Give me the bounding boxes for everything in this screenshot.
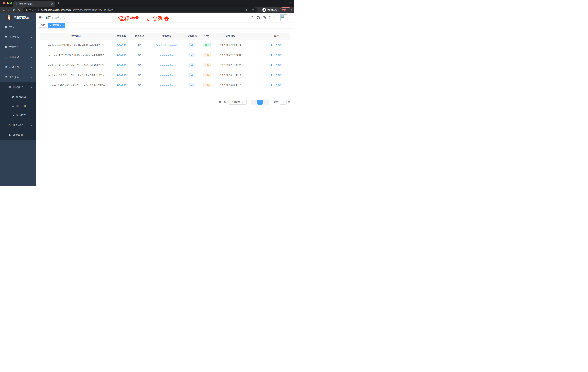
form-info-link[interactable]: /bpm/oa/flow: [160, 54, 174, 56]
sidebar-item-process-model[interactable]: 流程模型: [0, 111, 36, 120]
sidebar-item-label: 流程表单: [16, 95, 26, 99]
chevron-up-icon: ∧: [30, 87, 32, 88]
assign-rule-link[interactable]: 分配规则: [271, 74, 283, 77]
yen-icon: ¥: [4, 46, 8, 49]
sidebar-item-process-form[interactable]: 流程表单: [0, 92, 36, 101]
form-info-link[interactable]: /bpm/oa/flow: [160, 64, 174, 66]
chevron-down-icon: ∨: [30, 124, 32, 126]
breadcrumb-separator: /: [52, 16, 53, 19]
new-tab-button[interactable]: +: [57, 1, 59, 6]
annotation-title: 流程模型 - 定义列表: [118, 15, 169, 22]
user-icon: [271, 64, 273, 66]
back-button[interactable]: ←: [1, 8, 6, 11]
tags-view-bar: 首页 流程定义 ×: [36, 22, 294, 28]
sidebar: 芋道管理系统 首页 ⚙ 系统管理 ∨ ¥ 支付管理 ∨ 基础设施 ∨: [0, 13, 36, 186]
sidebar-item-label: 首页: [9, 26, 14, 29]
sidebar-item-infrastructure[interactable]: 基础设施 ∨: [0, 52, 36, 62]
workflow-submenu: 流程管理 ∧ 流程表单 用户分组 流程模型: [0, 82, 36, 140]
browser-tab[interactable]: 芋道管理系统 ✕: [13, 1, 55, 7]
password-key-icon[interactable]: [246, 9, 249, 11]
page-size-select[interactable]: 10条/页 ∨: [229, 99, 247, 105]
sidebar-item-workflow[interactable]: 工作流程 ∧: [0, 72, 36, 82]
avatar-dropdown-caret-icon[interactable]: ▼: [290, 18, 292, 20]
definition-name-link[interactable]: OA 请假: [117, 83, 126, 87]
form-info-link[interactable]: /bpm/oa/flow: [160, 84, 174, 87]
sidebar-item-label: 工作流程: [9, 76, 19, 79]
window-close-button[interactable]: [3, 2, 5, 4]
logo-rabbit-image: [6, 15, 12, 20]
sidebar-item-process-management[interactable]: 流程管理 ∧: [0, 82, 36, 92]
avatar[interactable]: [280, 14, 287, 21]
app-title: 芋道管理系统: [14, 16, 29, 19]
sidebar-item-task-management[interactable]: 任务管理 ∨: [0, 120, 36, 130]
chrome-update-button[interactable]: 更新 ⋮: [280, 8, 292, 12]
tab-close-icon[interactable]: ✕: [51, 2, 53, 5]
column-header-actions: 操作: [262, 33, 290, 40]
forward-button[interactable]: →: [6, 8, 11, 11]
bookmark-star-icon[interactable]: ☆: [252, 8, 254, 11]
tag-process-definition[interactable]: 流程定义 ×: [48, 23, 65, 28]
url-host: dashboard.yudao.iocoder.cn: [41, 9, 71, 11]
window-minimize-button[interactable]: [7, 2, 9, 4]
assign-rule-link[interactable]: 分配规则: [271, 54, 283, 57]
incognito-badge: 无痕模式: [261, 8, 279, 12]
home-button[interactable]: ⌂: [16, 8, 21, 12]
sidebar-item-leave-query[interactable]: 请假查询: [0, 130, 36, 140]
tab-search-chevron-icon[interactable]: ▼: [289, 2, 291, 4]
form-info-link[interactable]: /bpm/oa/flow: [160, 74, 174, 77]
fullscreen-icon[interactable]: [269, 16, 272, 19]
definition-name-link[interactable]: OA 请假: [117, 63, 126, 67]
web-page: 芋道管理系统 首页 ⚙ 系统管理 ∨ ¥ 支付管理 ∨ 基础设施 ∨: [0, 13, 294, 186]
sidebar-item-system[interactable]: ⚙ 系统管理 ∨: [0, 32, 36, 42]
sidebar-item-user-group[interactable]: 用户分组: [0, 101, 36, 111]
definition-id: oa_leave:5:004b710b-7b8a-11ec-8ef0-acde4…: [40, 40, 113, 50]
sidebar-item-label: 系统管理: [9, 36, 19, 39]
sidebar-item-payment[interactable]: ¥ 支付管理 ∨: [0, 42, 36, 52]
definition-name-link[interactable]: OA 请假: [117, 73, 126, 77]
definition-category: OA: [130, 50, 149, 60]
briefcase-icon: [4, 76, 8, 79]
tag-close-icon[interactable]: ×: [63, 24, 64, 26]
definition-category: OA: [130, 60, 149, 70]
assign-rule-link[interactable]: 分配规则: [271, 44, 283, 47]
deploy-time: 2022-01-22 20:34:10: [214, 50, 247, 60]
browser-menu-icon[interactable]: ⋮: [288, 9, 290, 11]
github-icon[interactable]: [257, 16, 260, 20]
chevron-down-icon: ∨: [30, 56, 32, 58]
goto-page-input[interactable]: [280, 99, 286, 105]
deploy-time: 2022-01-22 19:19:11: [214, 60, 247, 70]
assign-rule-link[interactable]: 分配规则: [271, 84, 283, 87]
goto-label: 前往: [274, 100, 279, 104]
sidebar-logo[interactable]: 芋道管理系统: [0, 13, 36, 22]
sidebar-item-devtools[interactable]: 研发工具 ∨: [0, 62, 36, 72]
column-header: 表单信息: [149, 33, 185, 40]
sidebar-toggle-hamburger-icon[interactable]: [39, 16, 43, 20]
breadcrumb-home[interactable]: 首页: [45, 16, 51, 19]
form-info-link[interactable]: /bpm/oa/leave/create: [156, 44, 178, 46]
assign-rule-link[interactable]: 分配规则: [271, 64, 283, 67]
reload-button[interactable]: ↻: [11, 8, 16, 11]
svg-text:?: ?: [264, 17, 265, 19]
page-1-button[interactable]: 1: [257, 99, 262, 105]
deploy-time: 2022-01-22 21:48:38: [214, 40, 247, 50]
window-zoom-button[interactable]: [10, 2, 12, 4]
definition-name-link[interactable]: OA 请假: [117, 43, 126, 47]
definition-name-link[interactable]: OA 请假: [117, 53, 126, 57]
table-row: oa_leave:2:3c1f0ef1-76b1-11ec-9c66-a2380…: [40, 70, 290, 80]
chevron-up-icon: ∧: [30, 76, 32, 78]
help-question-icon[interactable]: ?: [262, 16, 266, 20]
search-icon[interactable]: [251, 16, 254, 19]
favicon-plant-icon: [15, 2, 18, 5]
version-badge: v4: [189, 53, 195, 57]
incognito-icon: [262, 8, 266, 12]
sidebar-item-home[interactable]: 首页: [0, 22, 36, 32]
font-size-icon[interactable]: tT: [274, 16, 277, 19]
chevron-down-icon: ∨: [30, 66, 32, 68]
prev-page-button[interactable]: ‹: [251, 99, 256, 105]
column-header: 部署时间: [214, 33, 247, 40]
address-bar[interactable]: 不安全 dashboard.yudao.iocoder.cn/bpm/manag…: [23, 8, 257, 12]
sidebar-item-label: 流程模型: [16, 114, 26, 117]
next-page-button[interactable]: ›: [264, 99, 269, 105]
tag-home[interactable]: 首页: [39, 23, 47, 28]
navbar-tools: ? tT ▼: [251, 13, 292, 22]
